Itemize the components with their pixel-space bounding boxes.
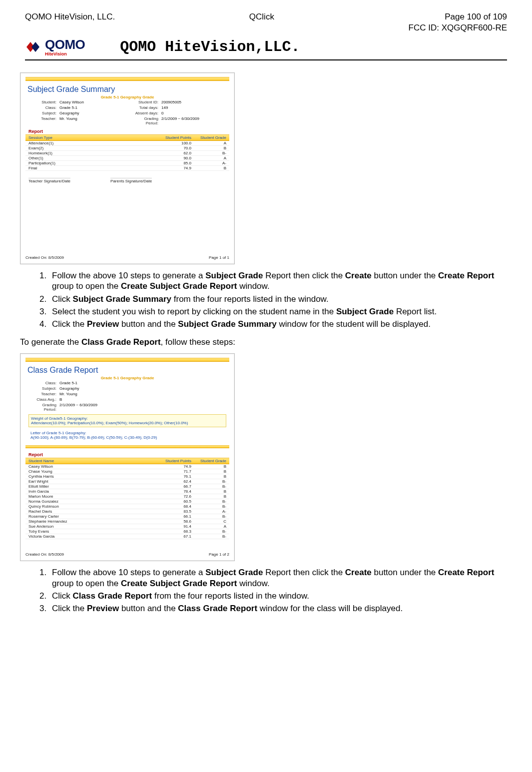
table-row: Toby Evans68.3B- xyxy=(25,529,229,534)
logo-text: QOMO xyxy=(45,37,85,52)
cell: B- xyxy=(191,479,226,484)
cell: A xyxy=(191,524,226,529)
table-row: Victoria Garcia67.1B- xyxy=(25,534,229,539)
t: To generate the xyxy=(20,337,81,347)
cell: 68.3 xyxy=(156,529,191,534)
cell: Final xyxy=(28,166,156,170)
cell: 68.4 xyxy=(156,504,191,509)
bold: Class Grade Report xyxy=(178,604,257,613)
bold: Create Report xyxy=(438,568,494,577)
t: Report then click the xyxy=(263,568,345,577)
info-value: Grade 5-1 xyxy=(59,105,124,110)
info-value: 2/1/2009 ~ 6/30/2009 xyxy=(59,403,226,412)
t: button and the xyxy=(119,319,178,329)
table-row: Rosemary Carter66.1B- xyxy=(25,514,229,519)
info-value: Mr. Young xyxy=(59,116,124,121)
cell: 100.0 xyxy=(156,141,191,145)
parent-signature: Parents Signature/Date xyxy=(110,178,152,183)
t: Click xyxy=(52,591,73,601)
cell: Attendance(1) xyxy=(28,141,156,145)
table-row: Participation(1)85.0A- xyxy=(25,161,229,166)
letter-title: Letter of Grade 5-1 Geography: xyxy=(30,431,224,435)
cell: B- xyxy=(191,514,226,519)
cell: 66.7 xyxy=(156,484,191,489)
t: Select the student you wish to report by… xyxy=(52,307,336,316)
table-row: Earl Wright62.4B- xyxy=(25,479,229,484)
figure-subtitle: Grade 5-1 Geography Grade xyxy=(25,95,229,99)
info-row: Student:Casey Wilson xyxy=(25,99,127,105)
col-student-points: Student Points xyxy=(156,459,191,463)
bold: Preview xyxy=(87,604,119,613)
info-label: Total days: xyxy=(130,105,161,110)
cell: B- xyxy=(191,499,226,504)
cell: 74.9 xyxy=(156,464,191,469)
fcc-id: FCC ID: XQGQRF600-RE xyxy=(409,23,507,33)
doc-title: QOMO HiteVision,LLC. xyxy=(120,38,300,55)
list-item: Click Subject Grade Summary from the fou… xyxy=(49,294,512,304)
figure-title: Class Grade Report xyxy=(25,365,229,375)
company-name: QOMO HiteVision, LLC. xyxy=(25,12,115,33)
t: group to open the xyxy=(52,281,121,291)
table-row: Homework(1)62.0B- xyxy=(25,151,229,156)
info-value: 149 xyxy=(161,105,226,110)
info-grid: Student:Casey WilsonClass:Grade 5-1Subje… xyxy=(25,99,229,126)
table-row: Sue Anderson91.4A xyxy=(25,524,229,529)
page-header: QOMO HiteVision, LLC. QClick Page 100 of… xyxy=(20,10,512,34)
cell: 58.6 xyxy=(156,519,191,524)
col-student-grade: Student Grade xyxy=(191,459,226,463)
figure-subtitle: Grade 5-1 Geography Grade xyxy=(25,376,229,380)
table-body: Casey Wilson74.9BChase Young71.7BCynthia… xyxy=(25,464,229,539)
t: button under the xyxy=(372,568,438,577)
list-item: Follow the above 10 steps to generate a … xyxy=(49,567,512,589)
section-label: Report xyxy=(25,451,229,458)
cell: B xyxy=(191,464,226,469)
cell: 85.0 xyxy=(156,161,191,165)
bold: Class Grade Report xyxy=(73,591,152,601)
bold: Subject Grade xyxy=(205,568,263,577)
cell: 67.1 xyxy=(156,534,191,539)
cell: 71.7 xyxy=(156,469,191,474)
info-row: Teacher:Mr. Young xyxy=(25,116,127,121)
info-row: Grading Period:2/1/2009 ~ 6/30/2009 xyxy=(25,402,229,412)
col-session-type: Session Type xyxy=(28,135,156,140)
table-row: Norma Gonzalez60.5B- xyxy=(25,499,229,504)
table-row: Other(1)90.0A xyxy=(25,156,229,161)
cell: Earl Wright xyxy=(28,479,156,484)
t: Click the xyxy=(52,604,87,613)
table-body: Attendance(1)100.0AExam(2)70.0BHomework(… xyxy=(25,141,229,171)
figure-class-grade-report: Class Grade Report Grade 5-1 Geography G… xyxy=(20,353,235,561)
steps-list-2: Follow the above 10 steps to generate a … xyxy=(49,567,512,614)
info-value: Geography xyxy=(59,386,226,391)
cell: C xyxy=(191,519,226,524)
t: from the four reports listed in the wind… xyxy=(171,294,329,304)
weight-box: Weight of Grade5-1 Geography: Attendance… xyxy=(28,414,226,427)
info-label: Grading Period: xyxy=(28,403,59,412)
info-row: Teacher:Mr. Young xyxy=(25,391,229,397)
weight-title: Weight of Grade5-1 Geography: xyxy=(31,416,224,421)
info-label: Student ID: xyxy=(130,100,161,104)
cell: 72.6 xyxy=(156,494,191,499)
created-on: Created On: 8/5/2009 xyxy=(25,255,64,260)
section-label: Report xyxy=(25,126,229,134)
page-number: Page 100 of 109 xyxy=(409,12,507,22)
info-row: Subject:Geography xyxy=(25,110,127,116)
t: window. xyxy=(237,579,269,588)
cell: A xyxy=(191,156,226,160)
cell: Participation(1) xyxy=(28,161,156,165)
cell: B xyxy=(191,166,226,170)
table-header: Session Type Student Points Student Grad… xyxy=(25,134,229,141)
paragraph: To generate the Class Grade Report, foll… xyxy=(20,337,512,347)
info-label: Class: xyxy=(28,381,59,385)
info-row: Student ID:200905005 xyxy=(127,99,229,105)
cell: Homework(1) xyxy=(28,151,156,155)
t: Follow the above 10 steps to generate a xyxy=(52,568,205,577)
figure-subject-grade-summary: Subject Grade Summary Grade 5-1 Geograph… xyxy=(20,72,235,264)
header-rule xyxy=(25,59,507,60)
steps-list-1: Follow the above 10 steps to generate a … xyxy=(49,270,512,329)
cell: A- xyxy=(191,161,226,165)
cell: 66.1 xyxy=(156,514,191,519)
table-header: Student Name Student Points Student Grad… xyxy=(25,458,229,464)
table-row: Casey Wilson74.9B xyxy=(25,464,229,469)
t: Click xyxy=(52,294,73,304)
t: Report then click the xyxy=(263,271,345,280)
